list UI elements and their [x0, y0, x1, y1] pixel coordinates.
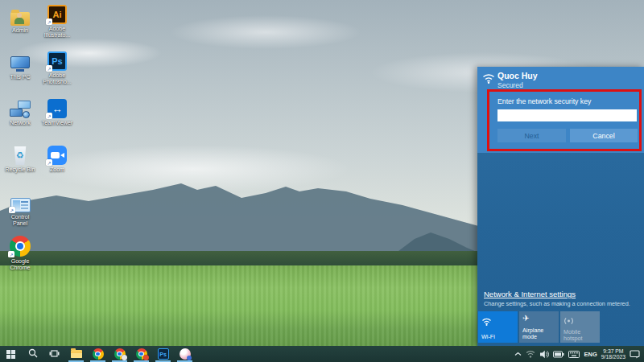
settings-description: Change settings, such as making a connec…: [484, 300, 638, 307]
desktop-icon-recycle-bin[interactable]: ♻ Recycle Bin: [2, 143, 38, 173]
icon-label: TeamViewer: [42, 120, 72, 126]
this-pc-icon: [10, 56, 30, 68]
tile-label: Mobile hotspot: [564, 329, 597, 342]
language-indicator[interactable]: ENG: [584, 351, 597, 358]
recycle-bin-icon: ♻: [13, 146, 28, 165]
icon-label: Adobe: [44, 26, 70, 32]
airplane-mode-tile[interactable]: ✈ Airplane mode: [519, 311, 559, 343]
battery-icon[interactable]: [553, 351, 564, 358]
desktop-icon-illustrator[interactable]: Ai↗ AdobeIllustrato...: [39, 2, 75, 39]
tile-label: Airplane mode: [522, 327, 555, 340]
clock[interactable]: 9:37 PM 9/18/2023: [601, 348, 625, 360]
notification-badge-icon: [143, 355, 149, 360]
action-center-icon[interactable]: [630, 350, 640, 359]
task-view-icon: [49, 347, 60, 361]
airplane-icon: ✈: [522, 315, 555, 323]
file-explorer-button[interactable]: [65, 346, 87, 362]
chrome-button-3[interactable]: [130, 346, 152, 362]
desktop-icon-this-pc[interactable]: This PC: [2, 51, 38, 80]
network-internet-settings-link[interactable]: Network & Internet settings: [484, 290, 576, 298]
flyout-empty-area: [477, 153, 644, 290]
windows-logo-icon: [6, 350, 15, 359]
desktop-icon-control-panel[interactable]: ↗ ControlPanel: [2, 191, 38, 227]
icon-label: Google: [10, 258, 31, 265]
desktop-screen: Admin Ai↗ AdobeIllustrato... This PC Ps↗…: [0, 0, 644, 362]
touch-keyboard-icon[interactable]: [568, 351, 580, 358]
time: 9:37 PM: [601, 348, 625, 355]
desktop-icon-admin[interactable]: Admin: [2, 4, 38, 34]
wifi-icon: [481, 315, 514, 329]
icon-label: Admin: [12, 27, 28, 34]
icon-label: Control: [11, 214, 30, 220]
paint-app-button[interactable]: [174, 346, 196, 362]
desktop-icon-zoom[interactable]: ↗ Zoom: [39, 143, 75, 173]
quick-action-tiles: Wi-Fi ✈ Airplane mode Mobile hotspot: [478, 311, 644, 343]
task-view-button[interactable]: [43, 346, 65, 362]
volume-icon[interactable]: [539, 350, 549, 359]
shortcut-arrow-icon: ↗: [46, 65, 52, 72]
network-name: Quoc Huy: [497, 71, 538, 80]
chrome-icon: [93, 348, 104, 360]
shortcut-arrow-icon: ↗: [9, 207, 15, 213]
desktop-icon-teamviewer[interactable]: ↔↗ TeamViewer: [39, 97, 75, 126]
network-icon: [10, 101, 31, 118]
wifi-tile[interactable]: Wi-Fi: [478, 311, 518, 343]
desktop-icon-chrome[interactable]: ↗ GoogleChrome: [2, 235, 38, 271]
hidden-icons-chevron[interactable]: [514, 352, 522, 356]
icon-label: Zoom: [50, 167, 64, 173]
shortcut-arrow-icon: ↗: [46, 19, 52, 25]
start-button[interactable]: [0, 346, 22, 362]
shortcut-arrow-icon: ↗: [8, 251, 14, 257]
search-icon: [28, 347, 38, 361]
search-button[interactable]: [22, 346, 43, 362]
desktop-icon-network[interactable]: Network: [2, 97, 38, 126]
profile-badge-icon: [122, 355, 127, 360]
photoshop-icon: Ps: [158, 348, 169, 360]
file-explorer-icon: [71, 350, 82, 358]
network-status: Secured: [497, 81, 523, 89]
date: 9/18/2023: [601, 354, 625, 360]
hotspot-icon: [564, 315, 597, 329]
chrome-button-2[interactable]: [109, 346, 130, 362]
tile-label: Wi-Fi: [481, 334, 514, 340]
photoshop-button[interactable]: Ps: [152, 346, 174, 362]
icon-label: Network: [10, 120, 31, 126]
icon-label: Adobe: [43, 72, 71, 79]
user-folder-icon: [10, 12, 30, 26]
icon-label: Recycle Bin: [6, 167, 35, 173]
mobile-hotspot-tile[interactable]: Mobile hotspot: [560, 311, 600, 343]
chrome-button-1[interactable]: [87, 346, 109, 362]
red-highlight-annotation: [487, 89, 642, 151]
paint-app-icon: [180, 348, 191, 360]
tray-network-icon[interactable]: [526, 350, 535, 358]
shortcut-arrow-icon: ↗: [46, 113, 52, 119]
shortcut-arrow-icon: ↗: [46, 159, 52, 166]
desktop-icon-photoshop[interactable]: Ps↗ AdobePhotosho...: [39, 49, 75, 85]
icon-label: This PC: [10, 74, 31, 80]
wifi-icon: [482, 72, 495, 87]
taskbar: Ps: [0, 346, 644, 362]
